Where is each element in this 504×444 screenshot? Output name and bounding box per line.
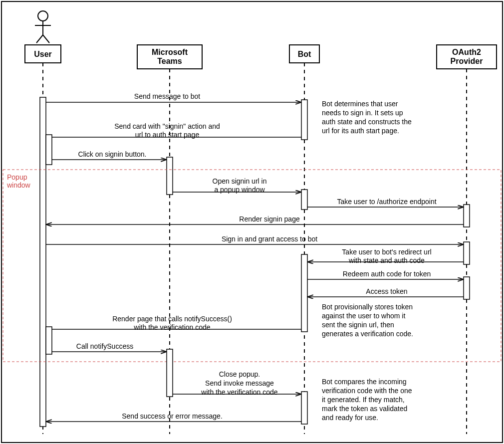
msg-send-card-label-1: Send card with "signin" action and xyxy=(114,122,220,130)
msg-click-signin-label: Click on signin button. xyxy=(78,150,147,158)
popup-window-label-1: Popup xyxy=(7,173,27,181)
note-1-line-4: url for its auth start page. xyxy=(322,127,399,135)
participant-teams-label-2: Teams xyxy=(157,57,182,65)
msg-notifysuccess-page-label-2: with the verification code xyxy=(133,323,211,331)
activation-user-2 xyxy=(46,135,52,165)
msg-redeem-code-label: Redeem auth code for token xyxy=(343,270,431,278)
note-3-line-2: verification code with the one xyxy=(322,387,412,395)
participant-bot-label: Bot xyxy=(298,50,311,58)
note-2-line-2: against the user to whom it xyxy=(322,312,405,320)
activation-user-3 xyxy=(46,327,52,354)
participant-user-label: User xyxy=(34,50,52,58)
note-1-line-2: needs to sign in. It sets up xyxy=(322,109,403,117)
msg-open-popup-label-1: Open signin url in xyxy=(213,177,267,185)
msg-close-popup-label-3: with the verification code xyxy=(201,388,278,396)
note-1-line-3: auth state and constructs the xyxy=(322,118,412,126)
participant-oauth-label-2: Provider xyxy=(451,57,483,65)
activation-bot-1 xyxy=(301,100,307,140)
note-2-line-1: Bot provisionally stores token xyxy=(322,303,413,311)
msg-render-signin-label: Render signin page xyxy=(239,215,300,223)
note-3-line-3: it generated. If they match, xyxy=(322,396,405,404)
note-3-line-5: and ready for use. xyxy=(322,414,378,422)
msg-success-error-label: Send success or error message. xyxy=(122,412,223,420)
msg-send-card-label-2: url to auth start page xyxy=(135,131,200,139)
note-2-line-4: generates a verification code. xyxy=(322,330,413,338)
note-3-line-1: Bot compares the incoming xyxy=(322,378,407,386)
note-2-line-3: sent the signin url, then xyxy=(322,321,394,329)
msg-access-token-label: Access token xyxy=(366,287,407,295)
msg-call-notifysuccess-label: Call notifySuccess xyxy=(76,342,133,350)
msg-redirect-label-2: with state and auth code xyxy=(348,256,425,264)
note-3-line-4: mark the token as validated xyxy=(322,405,407,413)
activation-oauth-2 xyxy=(464,242,470,264)
sequence-diagram: User Microsoft Teams Bot OAuth2 Provider… xyxy=(0,0,504,444)
msg-redirect-label-1: Take user to bot's redirect url xyxy=(342,248,431,256)
msg-authorize-label: Take user to /authorize endpoint xyxy=(337,198,436,206)
activation-oauth-3 xyxy=(464,277,470,299)
activation-bot-2 xyxy=(301,190,307,210)
msg-signin-grant-label: Sign in and grant access to bot xyxy=(222,235,317,243)
msg-close-popup-label-1: Close popup. xyxy=(219,370,260,378)
msg-notifysuccess-page-label-1: Render page that calls notifySuccess() xyxy=(112,315,232,323)
popup-window-label-2: window xyxy=(6,181,31,189)
activation-bot-4 xyxy=(301,392,307,424)
activation-bot-3 xyxy=(301,254,307,332)
participant-oauth-label-1: OAuth2 xyxy=(452,48,481,56)
participant-teams-label-1: Microsoft xyxy=(152,48,188,56)
note-1-line-1: Bot determines that user xyxy=(322,100,398,108)
msg-send-to-bot-label: Send message to bot xyxy=(134,92,200,100)
activation-user xyxy=(40,97,46,427)
activation-oauth-1 xyxy=(464,205,470,227)
activation-teams-2 xyxy=(167,349,173,397)
activation-teams-1 xyxy=(167,157,173,195)
msg-close-popup-label-2: Send invoke message xyxy=(205,379,274,387)
msg-open-popup-label-2: a popup window xyxy=(214,186,265,194)
